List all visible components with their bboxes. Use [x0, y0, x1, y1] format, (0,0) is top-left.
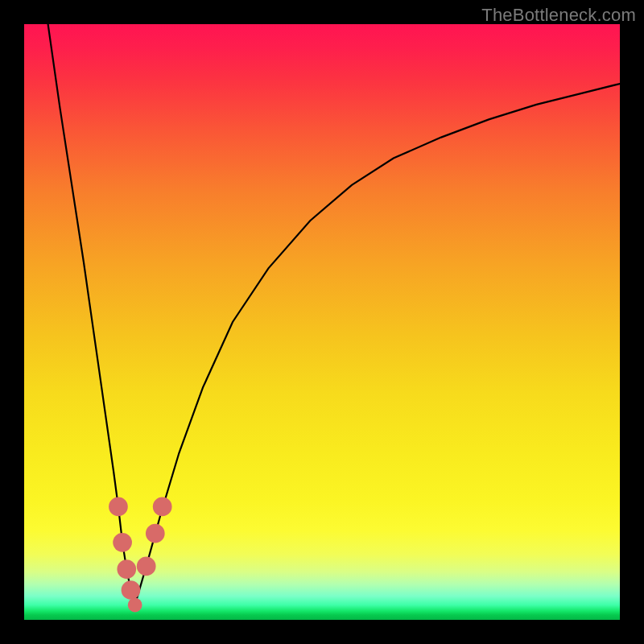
curve-marker: [153, 497, 172, 517]
curve-marker: [113, 533, 132, 552]
chart-frame: TheBottleneck.com: [0, 0, 644, 644]
curve-marker: [128, 598, 142, 613]
curve-marker: [117, 559, 136, 579]
curve-marker: [109, 497, 128, 517]
curve-marker: [146, 524, 165, 543]
bottleneck-curve: [24, 24, 620, 620]
curve-marker: [137, 557, 156, 576]
curve-marker: [122, 580, 141, 600]
curve-left-branch: [48, 24, 135, 605]
curve-markers: [109, 497, 171, 613]
watermark-text: TheBottleneck.com: [481, 5, 636, 26]
plot-area: [24, 24, 620, 620]
curve-right-branch: [135, 84, 620, 605]
